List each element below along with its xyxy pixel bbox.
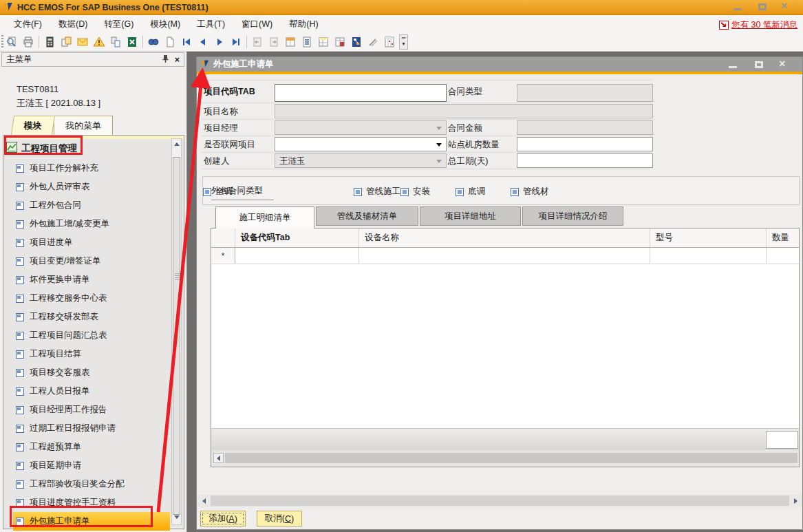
pin-icon[interactable]	[161, 54, 169, 65]
column-model[interactable]: 型号	[650, 228, 767, 247]
next-document-icon[interactable]	[266, 35, 282, 49]
contract-type-option[interactable]: 管线施工	[354, 186, 400, 198]
sidebar-menu-item[interactable]: 外包施工申请单	[13, 512, 170, 531]
print-preview-icon[interactable]	[3, 35, 20, 49]
previous-record-icon[interactable]	[195, 35, 211, 49]
module-header-project-management[interactable]: 工程项目管理	[6, 142, 77, 155]
sidebar-menu-item[interactable]: 外包施工增/减变更单	[3, 215, 173, 233]
tab-modules[interactable]: 模块	[11, 116, 55, 135]
next-record-icon[interactable]	[211, 35, 228, 49]
find-icon[interactable]	[145, 35, 162, 49]
sketch-icon[interactable]	[365, 35, 381, 49]
total-duration-input[interactable]	[517, 153, 653, 168]
sidebar-menu-item[interactable]: 工程项目问题汇总表	[3, 326, 173, 345]
grid-total-field[interactable]	[766, 431, 798, 449]
contract-type-option[interactable]: 全调	[203, 186, 233, 198]
sidebar-menu-item[interactable]: 项目经理周工作报告	[3, 401, 173, 419]
contract-type-option[interactable]: 安装	[400, 186, 430, 198]
tab-my-menu[interactable]: 我的菜单	[54, 116, 113, 135]
excel-export-icon[interactable]	[124, 35, 140, 49]
sidebar-menu-item[interactable]: 过期工程日报报销申请	[3, 419, 173, 438]
column-device-name[interactable]: 设备名称	[359, 228, 650, 247]
sidebar-menu-item[interactable]: 工程人员日报单	[3, 382, 173, 401]
sidebar-menu-item[interactable]: 项目进度管控手工资料	[3, 493, 173, 512]
checkbox-icon[interactable]	[456, 188, 464, 196]
first-record-icon[interactable]	[178, 35, 195, 49]
new-messages-link[interactable]: 您有 30 笔新消息	[719, 19, 797, 31]
close-panel-icon[interactable]: ×	[175, 55, 180, 65]
cell-model[interactable]	[650, 248, 767, 264]
print-icon[interactable]	[20, 35, 36, 49]
mail-icon[interactable]	[74, 35, 91, 49]
sidebar-menu-item[interactable]: 项目工作分解补充	[3, 159, 173, 178]
sidebar-menu-item[interactable]: 项目延期申请	[3, 456, 173, 475]
menu-item[interactable]: 帮助(H)	[281, 17, 326, 32]
tab-project-details[interactable]: 项目详细情况介绍	[522, 206, 623, 226]
form-window-title-bar[interactable]: 外包施工申请单 ×	[197, 57, 802, 72]
add-button[interactable]: 添加(A)	[200, 511, 246, 526]
scroll-left-icon[interactable]	[213, 453, 224, 463]
warning-icon[interactable]	[91, 35, 107, 49]
contract-type-option[interactable]: 底调	[456, 186, 485, 198]
grid-scrollbar-thumb[interactable]	[225, 453, 797, 463]
toolbar-overflow-button[interactable]: ▔▼	[399, 34, 408, 50]
last-record-icon[interactable]	[228, 35, 244, 49]
site-rooms-input[interactable]	[517, 137, 653, 151]
checkbox-icon[interactable]	[400, 188, 409, 196]
sidebar-menu-item[interactable]: 工程部验收项目奖金分配	[3, 475, 173, 493]
grid-horizontal-scrollbar[interactable]	[211, 450, 799, 467]
maximize-icon[interactable]	[756, 2, 769, 12]
contract-type-option[interactable]: 管线材	[511, 186, 549, 198]
minimize-icon[interactable]	[731, 2, 744, 12]
calculator-icon[interactable]	[41, 35, 58, 49]
cell-device-name[interactable]	[359, 248, 650, 264]
sidebar-menu-item[interactable]: 工程项目结算	[3, 345, 173, 363]
new-document-icon[interactable]	[162, 35, 178, 49]
sidebar-menu-item[interactable]: 项目变更/增签证单	[3, 252, 173, 270]
form-settings-icon[interactable]	[282, 35, 299, 49]
grid-calendar-icon[interactable]	[381, 35, 398, 49]
close-icon[interactable]: ×	[781, 2, 793, 12]
sidebar-scrollbar[interactable]	[171, 138, 182, 525]
previous-document-icon[interactable]	[249, 35, 266, 49]
sidebar-menu-item[interactable]: 外包人员评审表	[3, 178, 173, 196]
scroll-right-icon[interactable]	[791, 496, 801, 506]
paste-icon[interactable]	[107, 35, 124, 49]
is-network-project-select[interactable]	[275, 137, 447, 151]
cancel-button[interactable]: 取消(C)	[257, 511, 302, 526]
sidebar-menu-item[interactable]: 项目移交客服表	[3, 363, 173, 382]
menu-item[interactable]: 数据(D)	[50, 17, 96, 32]
minimize-icon[interactable]	[727, 60, 739, 70]
menu-item[interactable]: 文件(F)	[6, 17, 50, 32]
sidebar-menu-item[interactable]: 工程移交服务中心表	[3, 289, 173, 308]
sidebar-menu-item[interactable]: 工程超预算单	[3, 438, 173, 456]
menu-item[interactable]: 模块(M)	[142, 17, 189, 32]
tab-pipeline-materials[interactable]: 管线及辅材清单	[316, 206, 418, 226]
cell-quantity[interactable]	[767, 248, 800, 264]
scroll-left-icon[interactable]	[199, 496, 209, 506]
project-code-input[interactable]	[275, 84, 447, 102]
sidebar-menu-item[interactable]: 坏件更换申请单	[3, 270, 173, 289]
query-table-icon[interactable]	[332, 35, 348, 49]
menu-item[interactable]: 工具(T)	[189, 17, 233, 32]
maximize-icon[interactable]	[753, 60, 765, 70]
menu-item[interactable]: 转至(G)	[96, 17, 142, 32]
checkbox-icon[interactable]	[203, 188, 211, 196]
checkbox-icon[interactable]	[354, 188, 362, 196]
window-scrollbar-thumb[interactable]	[211, 496, 789, 506]
column-quantity[interactable]: 数量	[767, 228, 800, 247]
sidebar-menu-item[interactable]: 项目进度单	[3, 233, 173, 252]
relationship-map-icon[interactable]	[348, 35, 365, 49]
documents-icon[interactable]	[58, 35, 74, 49]
scroll-up-icon[interactable]	[174, 142, 180, 146]
window-horizontal-scrollbar[interactable]	[197, 494, 802, 507]
sidebar-menu-item[interactable]: 工程移交研发部表	[3, 308, 173, 326]
tab-project-address[interactable]: 项目详细地址	[420, 206, 521, 226]
tab-construction-detail[interactable]: 施工明细清单	[215, 206, 314, 228]
scroll-down-icon[interactable]	[174, 515, 180, 519]
sidebar-scrollbar-thumb[interactable]	[173, 157, 180, 515]
column-device-code[interactable]: 设备代码Tab	[235, 228, 359, 247]
cell-device-code[interactable]	[235, 248, 359, 264]
grid-empty-row[interactable]: *	[211, 248, 799, 264]
sidebar-menu-item[interactable]: 工程外包合同	[3, 196, 173, 215]
